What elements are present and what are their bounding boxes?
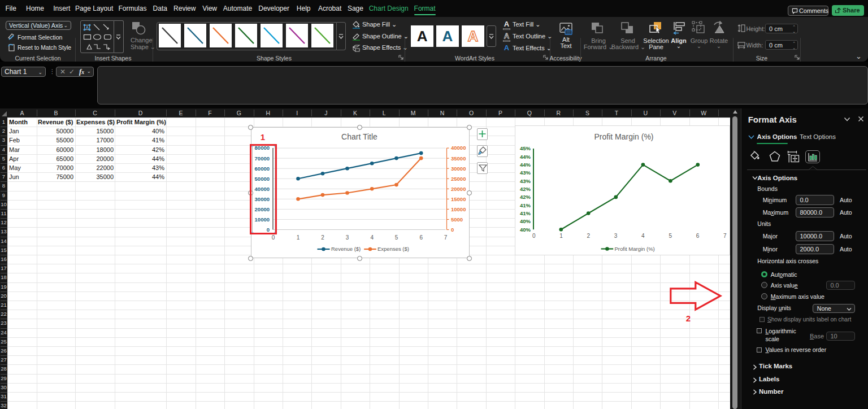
svg-text:7: 7 xyxy=(723,233,727,239)
svg-text:Expenses ($): Expenses ($) xyxy=(377,246,409,252)
svg-text:20000: 20000 xyxy=(451,186,466,192)
svg-text:5: 5 xyxy=(669,233,672,239)
svg-text:7: 7 xyxy=(444,234,447,241)
svg-text:A: A xyxy=(85,25,89,31)
svg-text:42%: 42% xyxy=(520,185,531,192)
svg-text:41%: 41% xyxy=(520,210,531,216)
svg-text:Profit Margin (%): Profit Margin (%) xyxy=(594,132,653,141)
svg-text:2: 2 xyxy=(587,233,590,239)
svg-text:1: 1 xyxy=(559,233,563,239)
svg-text:2: 2 xyxy=(321,234,324,241)
svg-text:40000: 40000 xyxy=(451,145,466,151)
svg-text:Chart Title: Chart Title xyxy=(341,132,377,141)
svg-text:3: 3 xyxy=(614,233,618,239)
svg-text:5000: 5000 xyxy=(451,216,463,223)
svg-text:35000: 35000 xyxy=(451,155,466,162)
svg-text:40%: 40% xyxy=(520,218,531,224)
svg-text:45%: 45% xyxy=(520,145,531,151)
svg-text:43%: 43% xyxy=(520,177,531,184)
svg-text:1: 1 xyxy=(296,234,300,241)
svg-text:Profit Margin (%): Profit Margin (%) xyxy=(614,245,654,251)
svg-text:43%: 43% xyxy=(520,169,531,176)
svg-text:41%: 41% xyxy=(520,202,531,208)
svg-text:0: 0 xyxy=(271,234,275,241)
svg-text:42%: 42% xyxy=(520,194,531,200)
svg-text:25000: 25000 xyxy=(451,176,466,182)
svg-text:30000: 30000 xyxy=(451,166,466,172)
svg-text:0: 0 xyxy=(451,227,454,233)
svg-text:44%: 44% xyxy=(520,153,531,159)
svg-text:5: 5 xyxy=(394,234,398,241)
svg-text:40%: 40% xyxy=(520,226,531,232)
svg-text:Revenue ($): Revenue ($) xyxy=(331,246,361,252)
svg-text:6: 6 xyxy=(419,234,423,241)
svg-text:15000: 15000 xyxy=(451,196,466,202)
svg-text:4: 4 xyxy=(641,233,645,239)
svg-text:4: 4 xyxy=(370,234,374,241)
svg-text:10000: 10000 xyxy=(451,206,466,212)
svg-text:0: 0 xyxy=(532,233,536,239)
svg-text:3: 3 xyxy=(345,234,349,241)
svg-text:44%: 44% xyxy=(520,161,531,167)
svg-text:6: 6 xyxy=(696,233,700,239)
